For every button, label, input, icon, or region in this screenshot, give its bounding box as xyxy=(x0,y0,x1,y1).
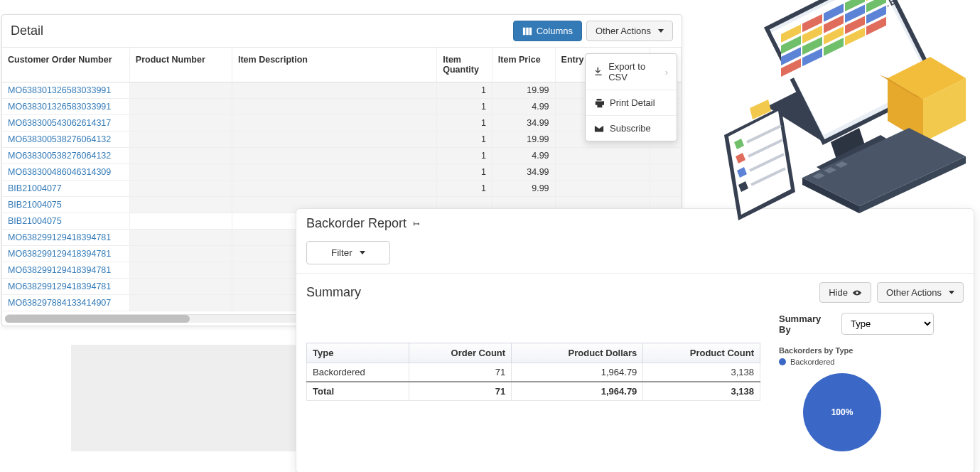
table-row[interactable]: MO63830053827606413214.99 xyxy=(2,148,682,164)
cell-product-number xyxy=(129,197,232,213)
svg-marker-30 xyxy=(888,57,966,100)
svg-text:DELIVERY SERVICE: DELIVERY SERVICE xyxy=(788,0,900,56)
order-link[interactable]: MO638297884133414907 xyxy=(8,298,111,308)
filter-button[interactable]: Filter xyxy=(306,241,390,264)
order-link[interactable]: MO638300538276064132 xyxy=(8,134,111,144)
pin-icon[interactable] xyxy=(411,218,421,230)
svg-marker-28 xyxy=(831,128,866,163)
cell-item-quantity: 1 xyxy=(437,164,492,181)
svg-rect-23 xyxy=(781,58,801,77)
svg-rect-16 xyxy=(845,4,865,23)
svg-rect-27 xyxy=(866,17,886,36)
cell-product-number xyxy=(129,279,232,295)
cell-product-number xyxy=(129,148,232,164)
cell-entry-datetime xyxy=(555,181,650,197)
order-link[interactable]: MO638299129418394781 xyxy=(8,281,111,291)
dropdown-print-detail[interactable]: Print Detail xyxy=(586,90,677,115)
envelope-icon xyxy=(594,124,604,134)
cell-product-number xyxy=(129,132,232,148)
sum-col-product-dollars[interactable]: Product Dollars xyxy=(512,343,643,363)
scrollbar-thumb[interactable] xyxy=(5,315,190,323)
pie-chart[interactable]: 100% xyxy=(803,373,881,451)
order-link[interactable]: BIB21004077 xyxy=(8,183,62,193)
cell-item-price: 4.99 xyxy=(492,148,555,164)
summary-by-label: Summary By xyxy=(779,313,829,335)
summary-by-row: Summary By Type xyxy=(779,313,964,335)
sum-col-order-count[interactable]: Order Count xyxy=(409,343,512,363)
svg-rect-2 xyxy=(529,27,532,35)
svg-line-48 xyxy=(747,126,781,142)
summary-other-actions-button[interactable]: Other Actions xyxy=(877,282,964,303)
table-row[interactable]: MO638300538276064132119.99 xyxy=(2,132,682,148)
chart-title: Backorders by Type xyxy=(779,346,964,355)
dropdown-subscribe[interactable]: Subscribe xyxy=(586,115,677,141)
chevron-down-icon xyxy=(658,29,664,33)
svg-rect-13 xyxy=(781,36,801,54)
order-link[interactable]: MO638299129418394781 xyxy=(8,265,111,275)
dropdown-export-csv-label: Export to CSV xyxy=(608,61,659,82)
svg-rect-24 xyxy=(802,48,822,67)
hide-button[interactable]: Hide xyxy=(819,282,871,303)
col-item-price[interactable]: Item Price xyxy=(492,48,555,82)
other-actions-dropdown: Export to CSV › Print Detail Subscribe xyxy=(585,53,677,141)
col-item-quantity[interactable]: Item Quantity xyxy=(437,48,492,82)
col-product-number[interactable]: Product Number xyxy=(129,48,232,82)
svg-marker-44 xyxy=(734,139,744,149)
order-link[interactable]: BIB21004075 xyxy=(8,200,62,210)
summary-by-select[interactable]: Type xyxy=(841,313,934,335)
svg-line-51 xyxy=(751,168,785,185)
table-row[interactable]: MO638300486046314309134.99 xyxy=(2,164,682,181)
svg-marker-47 xyxy=(738,181,748,192)
legend-dot-icon xyxy=(779,358,786,365)
other-actions-button[interactable]: Other Actions xyxy=(586,21,673,41)
col-customer-order[interactable]: Customer Order Number xyxy=(2,48,129,82)
svg-marker-29 xyxy=(817,135,895,176)
sum-col-type[interactable]: Type xyxy=(307,343,409,363)
order-link[interactable]: MO638301326583033991 xyxy=(8,102,111,112)
dropdown-export-csv[interactable]: Export to CSV › xyxy=(586,54,677,90)
svg-marker-4 xyxy=(767,0,937,142)
cell-item-quantity: 1 xyxy=(437,132,492,148)
cell-extra xyxy=(650,148,681,164)
table-row[interactable]: BIB2100407719.99 xyxy=(2,181,682,197)
order-link[interactable]: MO638300543062614317 xyxy=(8,118,111,128)
svg-rect-19 xyxy=(802,37,822,55)
svg-marker-31 xyxy=(888,78,923,142)
columns-button[interactable]: Columns xyxy=(513,21,582,41)
order-link[interactable]: MO638301326583033991 xyxy=(8,85,111,95)
backorder-report-panel: Backorder Report Filter Summary Hide Oth… xyxy=(296,208,974,472)
svg-rect-1 xyxy=(526,27,529,35)
filter-row: Filter xyxy=(296,237,974,274)
order-link[interactable]: MO638300538276064132 xyxy=(8,151,111,161)
svg-marker-35 xyxy=(802,128,966,206)
columns-icon xyxy=(522,26,532,36)
cell-item-price: 34.99 xyxy=(492,164,555,181)
detail-header-actions: Columns Other Actions xyxy=(513,21,673,41)
cell-product-number xyxy=(129,213,232,230)
summary-row-backordered[interactable]: Backordered 71 1,964.79 3,138 xyxy=(307,363,760,382)
sum-col-product-count[interactable]: Product Count xyxy=(643,343,760,363)
svg-rect-14 xyxy=(802,26,822,44)
order-link[interactable]: BIB21004075 xyxy=(8,216,62,226)
svg-marker-32 xyxy=(923,78,966,142)
summary-other-actions-label: Other Actions xyxy=(886,287,942,298)
order-link[interactable]: MO638299129418394781 xyxy=(8,232,111,242)
table-row[interactable]: MO638301326583033991119.99 xyxy=(2,82,682,99)
dropdown-subscribe-label: Subscribe xyxy=(610,123,651,134)
other-actions-label: Other Actions xyxy=(596,26,651,36)
svg-rect-12 xyxy=(866,0,886,1)
chart-legend-item[interactable]: Backordered xyxy=(779,358,964,366)
svg-rect-21 xyxy=(845,16,865,34)
table-row[interactable]: MO638300543062614317134.99 xyxy=(2,115,682,132)
col-item-description[interactable]: Item Description xyxy=(232,48,436,82)
detail-title: Detail xyxy=(11,23,43,38)
svg-marker-42 xyxy=(728,111,791,215)
cell-product-number xyxy=(129,246,232,262)
table-row[interactable]: MO63830132658303399114.99 xyxy=(2,99,682,115)
cell-item-description xyxy=(232,82,436,99)
cell-item-price: 19.99 xyxy=(492,82,555,99)
order-link[interactable]: MO638300486046314309 xyxy=(8,167,111,177)
cell-entry-datetime xyxy=(555,148,650,164)
order-link[interactable]: MO638299129418394781 xyxy=(8,249,111,259)
svg-rect-15 xyxy=(824,15,844,33)
